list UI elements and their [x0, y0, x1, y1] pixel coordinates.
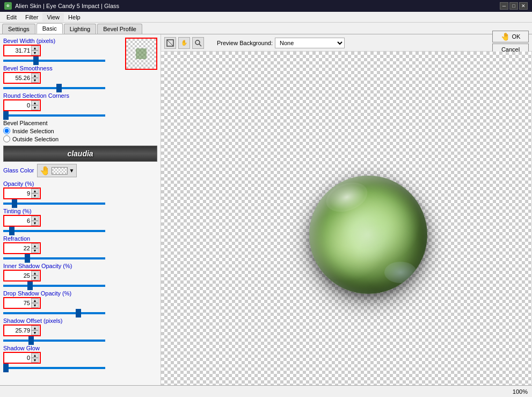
glass-color-row: Glass Color 🤚 ▼ — [3, 164, 157, 177]
shadow-offset-slider[interactable] — [3, 340, 105, 342]
bevel-smoothness-up[interactable]: ▲ — [31, 73, 39, 78]
shadow-offset-down[interactable]: ▼ — [31, 330, 39, 335]
claudia-text: claudia — [7, 149, 154, 158]
opacity-down[interactable]: ▼ — [31, 193, 39, 198]
menu-bar: Edit Filter View Help — [0, 12, 532, 23]
inner-shadow-opacity-input[interactable] — [4, 272, 31, 279]
menu-filter[interactable]: Filter — [21, 13, 42, 21]
bevel-placement-section: Bevel Placement Inside Selection Outside… — [3, 120, 157, 142]
refraction-down[interactable]: ▼ — [31, 248, 39, 253]
maximize-button[interactable]: □ — [509, 2, 518, 10]
tinting-label: Tinting (%) — [3, 208, 157, 214]
right-panel: ✋ Preview Background: None White Black C… — [161, 34, 532, 385]
bevel-smoothness-input-group: ▲ ▼ — [3, 72, 41, 84]
bevel-width-down[interactable]: ▼ — [31, 50, 39, 55]
refraction-input-group: ▲ ▼ — [3, 242, 41, 254]
pan-button[interactable]: ✋ — [178, 37, 190, 49]
round-corners-down[interactable]: ▼ — [31, 105, 39, 110]
shadow-offset-input[interactable] — [4, 327, 31, 334]
close-button[interactable]: ✕ — [519, 2, 528, 10]
drop-shadow-opacity-label: Drop Shadow Opacity (%) — [3, 290, 157, 297]
tab-bevel-profile[interactable]: Bevel Profile — [97, 24, 142, 34]
glass-color-swatch — [52, 167, 68, 175]
inner-shadow-opacity-label: Inner Shadow Opacity (%) — [3, 263, 157, 269]
outside-selection-radio[interactable] — [3, 135, 10, 142]
tinting-down[interactable]: ▼ — [31, 221, 39, 226]
preview-thumbnail — [125, 38, 157, 70]
shadow-glow-input-group: ▲ ▼ — [3, 352, 41, 364]
shadow-glow-input[interactable] — [4, 354, 31, 362]
opacity-input-group: ▲ ▼ — [3, 187, 41, 199]
svg-line-3 — [199, 44, 201, 46]
preview-background-select[interactable]: None White Black Custom — [275, 38, 345, 48]
tinting-input[interactable] — [4, 217, 31, 225]
bevel-width-row: Bevel Width (pixels) ▲ ▼ — [3, 38, 122, 63]
shadow-offset-label: Shadow Offset (pixels) — [3, 317, 157, 324]
bevel-smoothness-down[interactable]: ▼ — [31, 78, 39, 83]
shadow-glow-up[interactable]: ▲ — [31, 353, 39, 358]
title-bar: 👁 Alien Skin | Eye Candy 5 Impact | Glas… — [0, 0, 532, 12]
title-text: Alien Skin | Eye Candy 5 Impact | Glass — [15, 3, 119, 9]
opacity-slider[interactable] — [3, 203, 105, 205]
round-corners-input[interactable] — [4, 102, 31, 109]
tinting-up[interactable]: ▲ — [31, 216, 39, 221]
inner-shadow-opacity-up[interactable]: ▲ — [31, 271, 39, 276]
drop-shadow-opacity-row: Drop Shadow Opacity (%) ▲ ▼ — [3, 290, 157, 315]
tinting-slider[interactable] — [3, 230, 105, 232]
glass-color-button[interactable]: 🤚 ▼ — [37, 164, 77, 177]
drop-shadow-opacity-slider[interactable] — [3, 312, 105, 314]
bevel-placement-label: Bevel Placement — [3, 120, 157, 126]
drop-shadow-opacity-input[interactable] — [4, 299, 31, 307]
zoom-to-fit-button[interactable] — [164, 37, 176, 49]
bevel-width-slider[interactable] — [3, 60, 105, 62]
bevel-width-up[interactable]: ▲ — [31, 46, 39, 50]
menu-help[interactable]: Help — [64, 13, 85, 21]
ok-label: OK — [512, 33, 521, 40]
opacity-input[interactable] — [4, 190, 31, 197]
shadow-offset-row: Shadow Offset (pixels) ▲ ▼ — [3, 317, 157, 343]
refraction-label: Refraction — [3, 235, 157, 242]
refraction-input[interactable] — [4, 244, 31, 252]
inner-shadow-opacity-slider[interactable] — [3, 285, 105, 287]
opacity-up[interactable]: ▲ — [31, 189, 39, 193]
outside-selection-text: Outside Selection — [12, 136, 59, 142]
menu-view[interactable]: View — [42, 13, 64, 21]
bevel-width-input[interactable] — [4, 47, 31, 54]
inside-selection-radio[interactable] — [3, 127, 10, 134]
glass-ball-container — [309, 176, 427, 294]
refraction-slider[interactable] — [3, 257, 105, 259]
round-corners-up[interactable]: ▲ — [31, 100, 39, 105]
bevel-smoothness-input[interactable] — [4, 74, 31, 82]
app-icon: 👁 — [4, 2, 12, 10]
bevel-smoothness-slider[interactable] — [3, 87, 105, 89]
bevel-smoothness-row: Bevel Smoothness ▲ ▼ — [3, 65, 122, 90]
glass-sphere — [309, 176, 427, 294]
title-controls: ─ □ ✕ — [500, 2, 528, 10]
drop-shadow-opacity-down[interactable]: ▼ — [31, 303, 39, 308]
shadow-glow-slider[interactable] — [3, 367, 105, 369]
ok-button[interactable]: 🤚 OK — [492, 31, 529, 42]
refraction-row: Refraction ▲ ▼ — [3, 235, 157, 261]
minimize-button[interactable]: ─ — [500, 2, 508, 10]
svg-line-1 — [167, 40, 173, 46]
inside-selection-radio-label[interactable]: Inside Selection — [3, 127, 157, 134]
shadow-offset-up[interactable]: ▲ — [31, 326, 39, 330]
inner-shadow-opacity-input-group: ▲ ▼ — [3, 270, 41, 281]
refraction-up[interactable]: ▲ — [31, 243, 39, 248]
inner-shadow-opacity-row: Inner Shadow Opacity (%) ▲ ▼ — [3, 263, 157, 288]
tab-basic[interactable]: Basic — [37, 23, 63, 34]
opacity-row: Opacity (%) ▲ ▼ — [3, 181, 157, 206]
inner-shadow-opacity-down[interactable]: ▼ — [31, 276, 39, 280]
zoom-button[interactable] — [192, 37, 204, 49]
zoom-level: 100% — [513, 388, 528, 395]
outside-selection-radio-label[interactable]: Outside Selection — [3, 135, 157, 142]
ok-hand-icon: 🤚 — [501, 32, 510, 41]
tab-settings[interactable]: Settings — [2, 24, 35, 34]
shadow-glow-down[interactable]: ▼ — [31, 358, 39, 363]
bevel-smoothness-label: Bevel Smoothness — [3, 65, 122, 71]
inside-selection-text: Inside Selection — [12, 128, 54, 134]
tab-lighting[interactable]: Lighting — [64, 24, 97, 34]
round-corners-slider[interactable] — [3, 114, 105, 117]
drop-shadow-opacity-up[interactable]: ▲ — [31, 298, 39, 303]
menu-edit[interactable]: Edit — [2, 13, 21, 21]
